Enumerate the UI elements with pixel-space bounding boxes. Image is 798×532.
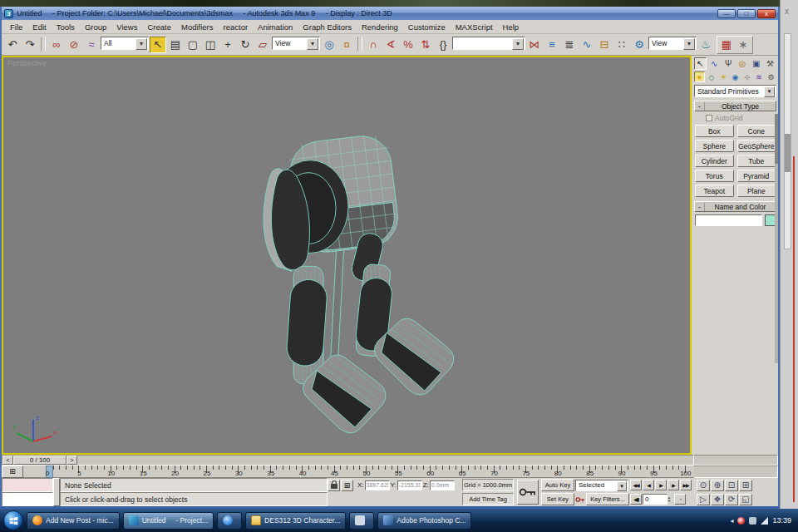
zoom-all-icon[interactable]: ⊕ (711, 480, 724, 491)
network-icon[interactable] (761, 517, 768, 525)
select-by-name-icon[interactable]: ▤ (167, 37, 184, 53)
mini-curve-editor-button[interactable]: ⊞ (2, 466, 23, 478)
reference-coordinate-dropdown[interactable]: View (272, 37, 320, 50)
quick-render-icon[interactable]: ♨ (697, 37, 714, 53)
menu-item[interactable]: Graph Editors (298, 21, 357, 33)
set-key-button[interactable]: Set Key (541, 493, 574, 505)
taskbar-photoshop-button[interactable]: Adobe Photoshop C... (377, 512, 471, 530)
object-type-button[interactable]: Plane (737, 185, 776, 197)
mirror-icon[interactable]: ⋈ (526, 37, 543, 53)
category-geometry[interactable]: ● (694, 71, 705, 82)
listener-splitter[interactable] (53, 478, 60, 506)
play-button[interactable]: ▶ (655, 480, 667, 490)
object-type-button[interactable]: Box (695, 125, 734, 137)
tray-app-icon[interactable] (737, 517, 745, 525)
autogrid-checkbox[interactable] (706, 115, 712, 121)
object-type-button[interactable]: Torus (695, 170, 734, 182)
tab-motion[interactable]: ◎ (736, 57, 748, 70)
menu-item[interactable]: Modifiers (176, 21, 219, 33)
menu-item[interactable]: Create (142, 21, 176, 33)
object-type-button[interactable]: Cylinder (695, 155, 734, 167)
y-coordinate-field[interactable] (397, 480, 422, 490)
viewport-label[interactable]: Perspective (7, 59, 47, 67)
category-helpers[interactable]: ⊹ (741, 71, 752, 82)
close-button[interactable]: x (757, 9, 776, 18)
select-and-link-icon[interactable]: ∞ (48, 37, 65, 53)
title-bar[interactable]: 3 Untitled - Project Folder: C:\Users\Mi… (2, 7, 778, 20)
render-setup-icon[interactable]: ⚙ (631, 37, 648, 53)
field-of-view-icon[interactable]: ▷ (697, 494, 710, 505)
percent-snap-icon[interactable]: % (400, 37, 416, 53)
maximize-button[interactable]: □ (737, 9, 756, 18)
undo-icon[interactable]: ↶ (4, 37, 21, 53)
object-name-input[interactable] (695, 214, 762, 226)
render-to-texture-icon[interactable]: ▦ (718, 37, 735, 53)
tab-modify[interactable]: ∿ (708, 57, 721, 70)
pan-icon[interactable]: ❖ (711, 494, 724, 505)
command-panel-scroll-thumb[interactable] (775, 114, 778, 164)
select-object-icon[interactable]: ↖ (150, 37, 166, 53)
command-panel-scrollbar[interactable] (775, 114, 778, 363)
zoom-extents-all-icon[interactable]: ⊞ (739, 480, 752, 491)
menu-item[interactable]: Tools (52, 21, 80, 33)
object-type-rollout[interactable]: - Object Type (694, 101, 776, 111)
redo-icon[interactable]: ↷ (22, 37, 38, 53)
minimize-button[interactable]: — (717, 9, 736, 18)
tray-app-icon-2[interactable] (749, 517, 756, 525)
select-and-scale-icon[interactable]: ▱ (254, 37, 271, 53)
time-configuration-button[interactable]: ◔ (674, 494, 686, 505)
object-type-button[interactable]: Tube (737, 155, 776, 167)
toolbar-separator[interactable] (41, 37, 46, 52)
material-editor-icon[interactable]: ∷ (613, 37, 630, 53)
menu-item[interactable]: Group (80, 21, 111, 33)
select-and-rotate-icon[interactable]: ↻ (237, 37, 254, 53)
tray-expand-icon[interactable]: ◂ (730, 517, 733, 525)
min-max-toggle-icon[interactable]: ◱ (739, 494, 752, 505)
render-flower-icon[interactable]: ∗ (735, 37, 751, 53)
menu-item[interactable]: Views (111, 21, 142, 33)
menu-item[interactable]: MAXScript (451, 21, 498, 33)
frame-spinner[interactable]: ▲▼ (667, 496, 674, 503)
go-to-start-button[interactable]: ◀◀ (630, 480, 642, 490)
background-scrollbar[interactable] (784, 33, 791, 249)
set-keys-button[interactable] (517, 480, 539, 505)
selection-lock-icon[interactable] (328, 480, 340, 491)
category-systems[interactable]: ⚙ (766, 71, 776, 82)
window-crossing-icon[interactable]: ◫ (202, 37, 219, 53)
maxscript-listener-white[interactable] (2, 492, 53, 506)
next-frame-arrow[interactable]: > (66, 456, 77, 465)
primitive-type-dropdown[interactable]: Standard Primitives (694, 85, 776, 97)
background-close-icon[interactable]: x (785, 7, 789, 16)
rectangular-selection-icon[interactable]: ▢ (185, 37, 201, 53)
spinner-snap-icon[interactable]: ⇅ (417, 37, 434, 53)
menu-item[interactable]: File (5, 21, 27, 33)
render-type-dropdown[interactable]: View (648, 37, 697, 50)
selection-filter-dropdown[interactable]: All (101, 37, 149, 50)
prev-frame-button[interactable]: ◀ (643, 480, 654, 490)
select-and-manipulate-icon[interactable]: ¤ (338, 37, 355, 53)
taskbar-ie-button[interactable] (217, 512, 242, 530)
object-type-button[interactable]: Cone (737, 125, 776, 137)
category-cameras[interactable]: ◉ (730, 71, 741, 82)
next-frame-button[interactable]: ▶ (667, 480, 679, 490)
arc-rotate-icon[interactable]: ⟳ (725, 494, 738, 505)
unlink-selection-icon[interactable]: ⊘ (66, 37, 82, 53)
auto-key-button[interactable]: Auto Key (541, 479, 574, 491)
curve-editor-icon[interactable]: ∿ (579, 37, 595, 53)
align-icon[interactable]: ≡ (544, 37, 560, 53)
key-mode-toggle-button[interactable]: ◀▮ (630, 494, 642, 505)
object-type-button[interactable]: Sphere (695, 140, 734, 152)
toolbar-separator[interactable] (357, 37, 362, 52)
start-button[interactable] (3, 510, 23, 530)
menu-item[interactable]: Rendering (357, 21, 403, 33)
key-filters-button[interactable]: Key Filters... (586, 493, 629, 505)
go-to-end-button[interactable]: ▶▶ (680, 480, 692, 490)
tab-create[interactable]: ↖ (694, 57, 707, 70)
named-selection-dropdown[interactable] (452, 37, 525, 50)
menu-item[interactable]: Help (498, 21, 525, 33)
zoom-icon[interactable]: ⊙ (697, 480, 710, 491)
tab-hierarchy[interactable]: Ψ (722, 57, 735, 70)
taskbar-clock[interactable]: 13:39 (772, 516, 791, 525)
selected-dropdown[interactable]: Selected (575, 480, 628, 491)
perspective-viewport[interactable]: Perspective (2, 56, 692, 455)
